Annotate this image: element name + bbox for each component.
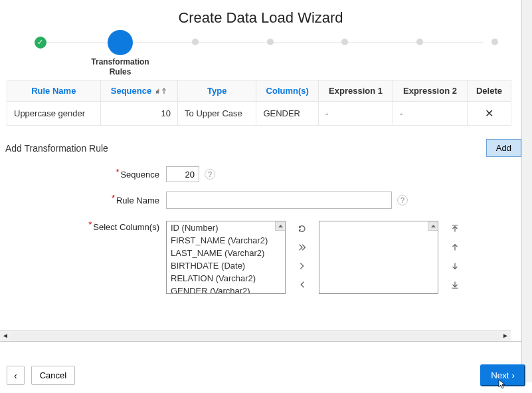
vertical-scrollbar[interactable] [521, 0, 532, 382]
scroll-up-icon[interactable] [428, 221, 438, 231]
move-right-icon[interactable] [294, 258, 311, 273]
page-title: Create Data Load Wizard [0, 0, 521, 33]
delete-row-icon[interactable]: ✕ [467, 102, 511, 126]
wizard-step-done-icon [35, 37, 46, 49]
col-header-rule-name[interactable]: Rule Name [7, 80, 101, 102]
cell-columns: GENDER [256, 102, 319, 126]
rule-name-label: *Rule Name [0, 196, 166, 205]
cell-sequence: 10 [100, 102, 177, 126]
horizontal-scrollbar[interactable]: ◄ ► [0, 330, 511, 341]
cell-expr1: - [319, 102, 393, 126]
wizard-step-dot [192, 39, 199, 45]
move-bottom-icon[interactable] [446, 277, 464, 291]
back-button[interactable]: ‹ [7, 366, 25, 385]
col-header-delete: Delete [467, 80, 511, 102]
select-columns-label: *Select Column(s) [0, 221, 166, 232]
list-item[interactable]: LAST_NAME (Varchar2) [167, 247, 285, 259]
sequence-label: *Sequence [0, 170, 166, 180]
available-columns-list[interactable]: ID (Number)FIRST_NAME (Varchar2)LAST_NAM… [166, 221, 286, 294]
list-item[interactable]: GENDER (Varchar2) [167, 285, 285, 294]
wizard-step-dot [491, 39, 498, 45]
cell-expr2: - [393, 102, 468, 126]
sort-asc-icon [155, 88, 167, 94]
move-up-icon[interactable] [446, 239, 464, 254]
add-button[interactable]: Add [486, 139, 521, 157]
sequence-input[interactable] [166, 166, 199, 182]
move-all-right-icon[interactable] [294, 239, 311, 254]
wizard-step-dot [341, 39, 348, 45]
cancel-button[interactable]: Cancel [31, 366, 75, 385]
list-item[interactable]: BIRTHDATE (Date) [167, 259, 285, 272]
next-button[interactable]: Next› [480, 364, 525, 386]
cell-rule-name: Uppercase gender [7, 102, 101, 126]
table-row: Uppercase gender10To Upper CaseGENDER--✕ [7, 102, 511, 126]
list-item[interactable]: ID (Number) [167, 221, 285, 234]
col-header-columns[interactable]: Column(s) [256, 80, 319, 102]
cell-type: To Upper Case [178, 102, 256, 126]
scroll-right-icon[interactable]: ► [500, 331, 511, 342]
reset-icon[interactable] [294, 221, 311, 235]
wizard-step-current-label: Transformation Rules [80, 57, 160, 77]
col-header-type[interactable]: Type [178, 80, 256, 102]
list-item[interactable]: RELATION (Varchar2) [167, 272, 285, 285]
selected-columns-list[interactable] [319, 221, 438, 294]
col-header-expr1: Expression 1 [319, 80, 393, 102]
wizard-step-dot [267, 39, 274, 45]
col-header-sequence-label: Sequence [111, 86, 151, 96]
move-top-icon[interactable] [446, 221, 464, 235]
rules-table: Rule Name Sequence Type Column(s) Expres… [7, 80, 511, 126]
col-header-expr2: Expression 2 [393, 80, 468, 102]
scroll-left-icon[interactable]: ◄ [0, 331, 11, 342]
rule-name-input[interactable] [166, 192, 392, 209]
next-button-label: Next [491, 370, 509, 380]
wizard-progress: Transformation Rules [27, 33, 495, 73]
wizard-step-dot [416, 39, 423, 45]
col-header-sequence[interactable]: Sequence [100, 80, 177, 102]
scroll-up-icon[interactable] [275, 221, 285, 231]
move-left-icon[interactable] [294, 277, 311, 291]
add-rule-section-title: Add Transformation Rule [5, 143, 108, 154]
list-item[interactable]: FIRST_NAME (Varchar2) [167, 234, 285, 247]
help-icon[interactable]: ? [205, 169, 215, 180]
wizard-step-current-icon [108, 30, 133, 55]
help-icon[interactable]: ? [397, 195, 408, 205]
chevron-right-icon: › [512, 370, 515, 380]
move-down-icon[interactable] [446, 258, 464, 273]
